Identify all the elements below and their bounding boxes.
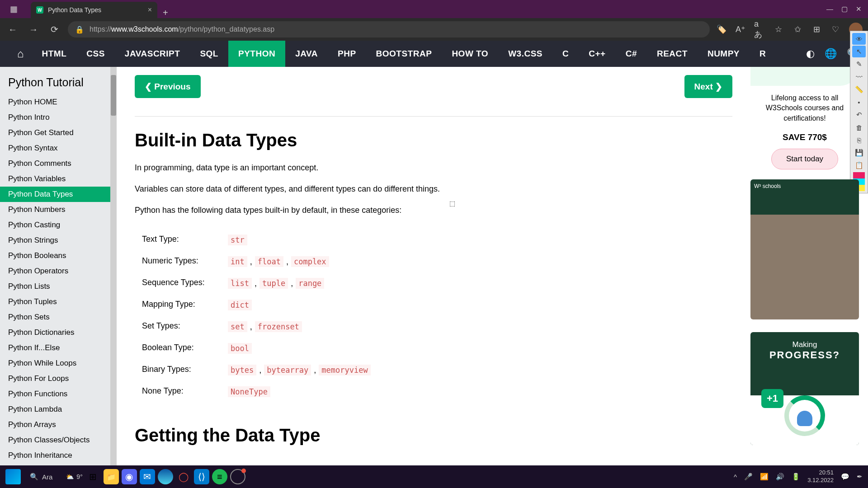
vscode-icon[interactable]: ⟨⟩ [194, 469, 209, 484]
scrollbar-thumb[interactable] [111, 75, 116, 116]
back-button[interactable]: ← [5, 22, 20, 37]
topnav-item-css[interactable]: CSS [76, 41, 115, 67]
sidebar-item[interactable]: Python Classes/Objects [0, 432, 117, 448]
read-aloud-icon[interactable]: A⁺ [735, 24, 746, 35]
datatype-code[interactable]: tuple [259, 278, 288, 289]
collections-icon[interactable]: ⊞ [811, 24, 822, 35]
copy-icon[interactable]: ⎘ [852, 134, 866, 146]
sidebar-item[interactable]: Python Lambda [0, 402, 117, 417]
sidebar-item[interactable]: Python If...Else [0, 340, 117, 356]
dot-tool-icon[interactable]: • [852, 96, 866, 108]
sidebar-item[interactable]: Python Comments [0, 156, 117, 171]
topnav-item-javascript[interactable]: JAVASCRIPT [115, 41, 190, 67]
topnav-item-php[interactable]: PHP [328, 41, 366, 67]
highlight-tool-icon[interactable]: 〰 [852, 71, 866, 83]
datatype-code[interactable]: frozenset [255, 321, 302, 332]
record-icon[interactable]: ◯ [176, 469, 191, 484]
sidebar-item[interactable]: Python Lists [0, 279, 117, 294]
cursor-tool-icon[interactable]: ↖ [852, 46, 866, 57]
sidebar-item[interactable]: Python For Loops [0, 371, 117, 386]
topnav-item-html[interactable]: HTML [32, 41, 77, 67]
datatype-code[interactable]: NoneType [228, 386, 270, 397]
health-icon[interactable]: ♡ [830, 24, 841, 35]
sidebar-item[interactable]: Python Tuples [0, 294, 117, 310]
sidebar-item[interactable]: Python Data Types [0, 187, 117, 202]
undo-icon[interactable]: ↶ [852, 109, 866, 121]
spotify-icon[interactable]: ≡ [212, 469, 227, 484]
add-favorite-icon[interactable]: ✩ [792, 24, 803, 35]
chevron-up-icon[interactable]: ^ [734, 473, 737, 481]
datatype-code[interactable]: complex [291, 256, 329, 267]
sidebar-item[interactable]: Python Functions [0, 386, 117, 402]
shopping-icon[interactable]: 🏷️ [716, 24, 727, 35]
topnav-item-how to[interactable]: HOW TO [442, 41, 498, 67]
topnav-item-react[interactable]: REACT [647, 41, 698, 67]
ad-image-2[interactable]: Making PROGRESS? +1 [750, 332, 859, 445]
explorer-icon[interactable]: 📁 [104, 469, 119, 484]
obs-icon[interactable] [230, 469, 245, 484]
sidebar-item[interactable]: Python Arrays [0, 417, 117, 432]
translate-icon[interactable]: aあ [754, 24, 765, 35]
topnav-item-w3.css[interactable]: W3.CSS [498, 41, 552, 67]
datatype-code[interactable]: list [228, 278, 252, 289]
sidebar-item[interactable]: Python Numbers [0, 202, 117, 217]
datatype-code[interactable]: memoryview [319, 365, 370, 375]
home-icon[interactable]: ⌂ [9, 47, 32, 60]
browser-tab[interactable]: W Python Data Types × [31, 2, 157, 18]
sidebar-item[interactable]: Python Variables [0, 171, 117, 187]
maximize-icon[interactable]: ▢ [841, 5, 848, 13]
sidebar-item[interactable]: Python Intro [0, 110, 117, 125]
new-tab-button[interactable]: + [163, 8, 168, 18]
clock[interactable]: 20:51 3.12.2022 [807, 469, 834, 484]
start-today-button[interactable]: Start today [771, 149, 838, 169]
datatype-code[interactable]: bool [228, 343, 252, 354]
topnav-item-java[interactable]: JAVA [285, 41, 328, 67]
discord-icon[interactable]: ◉ [122, 469, 137, 484]
clipboard-icon[interactable]: 📋 [852, 160, 866, 171]
favorites-icon[interactable]: ☆ [773, 24, 784, 35]
sidebar-item[interactable]: Python HOME [0, 94, 117, 110]
topnav-item-c++[interactable]: C++ [579, 41, 615, 67]
battery-icon[interactable]: 🔋 [792, 473, 800, 481]
datatype-code[interactable]: bytearray [264, 365, 311, 375]
datatype-code[interactable]: str [228, 235, 247, 245]
topnav-item-r[interactable]: R [750, 41, 776, 67]
sidebar-item[interactable]: Python Booleans [0, 248, 117, 263]
previous-button[interactable]: ❮ Previous [135, 75, 201, 98]
topnav-item-c[interactable]: C [552, 41, 579, 67]
close-window-icon[interactable]: ✕ [856, 5, 862, 13]
volume-icon[interactable]: 🔊 [776, 473, 784, 481]
sidebar-item[interactable]: Python Dictionaries [0, 325, 117, 340]
topnav-item-c#[interactable]: C# [616, 41, 647, 67]
datatype-code[interactable]: set [228, 321, 247, 332]
sidebar-item[interactable]: Python Get Started [0, 125, 117, 141]
sidebar-item[interactable]: Python Casting [0, 217, 117, 233]
notifications-icon[interactable]: 💬 [841, 473, 849, 481]
tab-actions-icon[interactable]: ▦ [10, 4, 18, 14]
color-magenta[interactable] [853, 172, 865, 178]
ad-image-1[interactable]: W³ schools [750, 179, 859, 319]
topnav-item-numpy[interactable]: NUMPY [698, 41, 750, 67]
url-input[interactable]: 🔒 https://www.w3schools.com/python/pytho… [68, 21, 710, 38]
datatype-code[interactable]: bytes [228, 365, 256, 375]
sidebar-item[interactable]: Python Strings [0, 233, 117, 248]
taskview-icon[interactable]: ⊞ [85, 469, 101, 484]
trash-icon[interactable]: 🗑 [852, 122, 866, 133]
topnav-item-python[interactable]: PYTHON [228, 41, 285, 67]
ruler-tool-icon[interactable]: 📏 [852, 84, 866, 95]
topnav-item-bootstrap[interactable]: BOOTSTRAP [366, 41, 442, 67]
datatype-code[interactable]: float [255, 256, 283, 267]
weather-widget[interactable]: ⛅ 9° [66, 473, 82, 480]
mic-icon[interactable]: 🎤 [744, 473, 753, 481]
pen-tool-icon[interactable]: ✎ [852, 58, 866, 70]
sidebar-item[interactable]: Python Inheritance [0, 448, 117, 463]
pen-tray-icon[interactable]: ✒ [857, 473, 863, 481]
close-tab-icon[interactable]: × [148, 6, 152, 14]
sidebar-item[interactable]: Python Syntax [0, 141, 117, 156]
save-icon[interactable]: 💾 [852, 147, 866, 159]
datatype-code[interactable]: dict [228, 300, 252, 310]
sidebar-item[interactable]: Python While Loops [0, 356, 117, 371]
reload-button[interactable]: ⟳ [47, 22, 61, 37]
sidebar-item[interactable]: Python Sets [0, 310, 117, 325]
minimize-icon[interactable]: — [826, 5, 833, 13]
